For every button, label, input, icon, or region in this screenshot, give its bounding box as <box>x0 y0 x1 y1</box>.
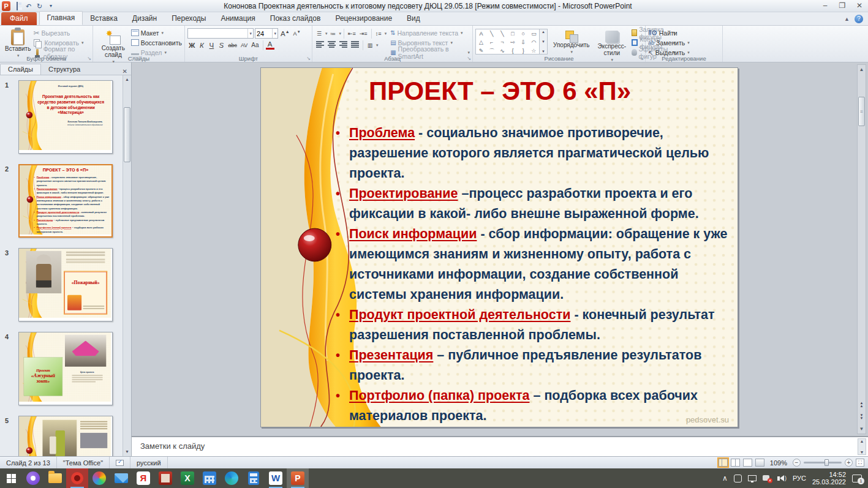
muted-app-icon[interactable]: ✕ <box>763 475 771 482</box>
powerpoint-app-icon[interactable]: P <box>2 1 10 11</box>
tab-transitions[interactable]: Переходы <box>164 12 213 25</box>
collapse-ribbon-icon[interactable]: ▲ <box>844 16 850 22</box>
taskbar-excel[interactable]: X <box>176 468 198 488</box>
notes-placeholder[interactable]: Заметки к слайду <box>140 441 205 451</box>
font-size-combobox[interactable]: 24▾ <box>255 28 278 39</box>
taskbar-paint-app[interactable] <box>88 468 110 488</box>
zoom-out-button[interactable]: − <box>793 459 801 467</box>
update-icon[interactable] <box>734 475 742 482</box>
taskbar-word[interactable]: W <box>265 468 287 488</box>
slide-canvas[interactable]: ПРОЕКТ – ЭТО 6 «П» Проблема - социально … <box>260 67 738 427</box>
qat-dropdown-icon[interactable]: ▾ <box>47 2 55 10</box>
taskbar-alice[interactable] <box>22 468 44 488</box>
align-center-button[interactable] <box>326 41 337 49</box>
character-spacing-button[interactable]: AV <box>240 42 249 48</box>
start-button[interactable] <box>0 468 22 488</box>
slide-thumbnail-5[interactable] <box>18 416 113 456</box>
slide-thumbnail-1[interactable]: Итоговый педсовет ДЮЦ. Проектная деятель… <box>18 80 113 154</box>
taskbar-explorer[interactable] <box>44 468 66 488</box>
panel-close-icon[interactable]: ✕ <box>119 68 131 75</box>
justify-button[interactable] <box>350 41 360 49</box>
slide-thumbnail-2-selected[interactable]: ПРОЕКТ – ЭТО 6 «П» Проблема - социально … <box>18 164 113 238</box>
tab-insert[interactable]: Вставка <box>83 12 125 25</box>
editor-scrollbar[interactable]: ▲ ▲▲ ▼▼ ▼ <box>857 64 866 434</box>
normal-view-icon[interactable] <box>719 459 728 467</box>
tab-view[interactable]: Вид <box>399 12 428 25</box>
help-icon[interactable]: ? <box>855 15 863 23</box>
decrease-indent-button[interactable]: ⇤≡ <box>347 31 357 37</box>
cut-button[interactable]: ✂Вырезать <box>33 28 90 37</box>
reading-view-icon[interactable] <box>743 459 752 467</box>
arrange-button[interactable]: Упорядочить▾ <box>551 28 592 56</box>
font-name-combobox[interactable]: ▾ <box>187 28 254 39</box>
text-direction-button[interactable]: ⇅Направление текста▾ <box>390 28 470 37</box>
slide-sorter-view-icon[interactable] <box>731 459 740 467</box>
bullets-button[interactable]: ☰ <box>315 31 323 37</box>
panel-tab-outline[interactable]: Структура <box>41 64 88 75</box>
hidden-icons-chevron-icon[interactable]: ∧ <box>722 474 728 482</box>
shapes-gallery[interactable]: A╲╲□○▭ △⌐¬⇨⇩◠ ✎⌒∿{}☆ <box>475 29 540 54</box>
text-shadow-button[interactable]: S <box>217 42 225 49</box>
zoom-slider[interactable] <box>804 462 842 464</box>
drawing-dialog-launcher-icon[interactable]: ↘ <box>640 56 644 61</box>
tab-slideshow[interactable]: Показ слайдов <box>263 12 328 25</box>
strikethrough-button[interactable]: abc <box>227 42 238 48</box>
undo-icon[interactable]: ↶ <box>24 2 32 10</box>
clock[interactable]: 14:5225.03.2022 <box>812 471 846 486</box>
shrink-font-button[interactable]: А▼ <box>292 30 302 37</box>
numbering-button[interactable]: ≔ <box>329 31 338 37</box>
redo-icon[interactable]: ↻ <box>36 2 44 10</box>
panel-scrollbar[interactable]: ▲ ▼ <box>123 75 131 456</box>
slide-thumbnail-4[interactable]: Проект «Ажурный зонт» Цель проекта: <box>18 332 113 405</box>
paragraph-dialog-launcher-icon[interactable]: ↘ <box>467 56 471 61</box>
align-left-button[interactable] <box>315 41 325 49</box>
taskbar-photo-app[interactable] <box>154 468 176 488</box>
taskbar-mail[interactable] <box>110 468 132 488</box>
taskbar-edge[interactable] <box>221 468 243 488</box>
previous-slide-button[interactable]: ▲▲ <box>858 402 866 411</box>
panel-scroll-thumb[interactable] <box>124 107 130 162</box>
tab-home[interactable]: Главная <box>39 11 83 25</box>
font-color-button[interactable]: А <box>266 41 274 50</box>
panel-scroll-up-icon[interactable]: ▲ <box>123 75 131 84</box>
columns-button[interactable]: ▥ <box>366 42 374 48</box>
italic-button[interactable]: К <box>197 42 206 49</box>
zoom-level[interactable]: 109% <box>770 459 787 467</box>
taskbar-yandex-browser[interactable]: Я <box>132 468 154 488</box>
language-indicator[interactable]: русский <box>130 457 167 468</box>
language-indicator-tray[interactable]: РУС <box>793 475 806 482</box>
grow-font-button[interactable]: А▲ <box>279 29 291 37</box>
layout-button[interactable]: Макет▾ <box>131 28 182 37</box>
slide-thumbnail-3[interactable]: «Пожарный» <box>18 248 113 321</box>
slide-bullet-list[interactable]: Проблема - социально значимое противореч… <box>333 123 738 426</box>
save-icon[interactable] <box>13 2 21 10</box>
close-button[interactable]: ✕ <box>851 1 868 12</box>
line-spacing-button[interactable]: ↕≡ <box>374 31 383 37</box>
notification-center-icon[interactable]: 1 <box>852 475 862 482</box>
restore-button[interactable]: ❐ <box>834 1 851 12</box>
scroll-down-icon[interactable]: ▼ <box>858 424 866 434</box>
tab-design[interactable]: Дизайн <box>125 12 164 25</box>
spellcheck-indicator[interactable] <box>110 457 130 468</box>
underline-button[interactable]: Ч <box>207 42 216 49</box>
replace-button[interactable]: abЗаменить▾ <box>648 38 720 47</box>
taskbar-opera-active[interactable] <box>66 468 88 488</box>
find-button[interactable]: ǁ⊙Найти <box>648 28 720 37</box>
slide-title[interactable]: ПРОЕКТ – ЭТО 6 «П» <box>298 77 702 106</box>
shapes-gallery-scroll[interactable]: ▲▼▼ <box>540 29 548 54</box>
taskbar-calculator[interactable] <box>243 468 265 488</box>
tab-review[interactable]: Рецензирование <box>328 12 399 25</box>
volume-icon[interactable]: ) <box>777 475 787 481</box>
scroll-thumb[interactable] <box>858 97 865 126</box>
next-slide-button[interactable]: ▼▼ <box>858 414 866 424</box>
theme-indicator[interactable]: "Тема Office" <box>57 457 110 468</box>
notes-scrollbar[interactable]: ▲▼ <box>858 438 866 455</box>
change-case-button[interactable]: Аа <box>250 42 260 48</box>
slide-number-indicator[interactable]: Слайд 2 из 13 <box>0 457 57 468</box>
taskbar-powerpoint-active[interactable]: P <box>287 468 309 488</box>
increase-indent-button[interactable]: ⇥≡ <box>358 31 369 37</box>
taskbar-calendar[interactable] <box>198 468 221 488</box>
bold-button[interactable]: Ж <box>187 42 196 49</box>
tab-animations[interactable]: Анимация <box>213 12 262 25</box>
minimize-button[interactable]: – <box>817 1 834 12</box>
